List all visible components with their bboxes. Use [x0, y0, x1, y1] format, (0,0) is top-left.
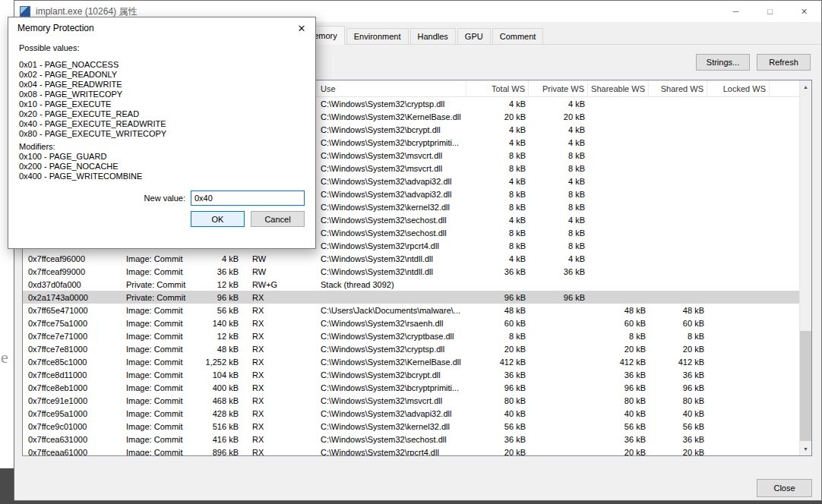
protection-value-line: 0x20 - PAGE_EXECUTE_READ	[19, 109, 305, 119]
cell-prot: RX	[242, 355, 318, 368]
table-row[interactable]: 0x7ffceaa61000Image: Commit896 kBRXC:\Wi…	[23, 446, 799, 455]
cell-shared: 20 kB	[649, 446, 707, 455]
modifiers-label: Modifiers:	[19, 142, 305, 152]
cell-shareable	[588, 252, 649, 265]
table-row[interactable]: 0x7ffce91e1000Image: Commit468 kBRXC:\Wi…	[23, 394, 799, 407]
window-title: implant.exe (10264) 属性	[36, 5, 137, 18]
new-value-input[interactable]	[191, 191, 305, 206]
cell-total: 40 kB	[466, 407, 529, 420]
scroll-down-icon[interactable]: ▼	[800, 443, 811, 455]
cell-private	[529, 446, 588, 455]
cell-shared	[649, 110, 707, 123]
dialog-close-icon[interactable]: ✕	[295, 21, 308, 35]
cell-private: 96 kB	[529, 291, 588, 304]
scrollbar-thumb[interactable]	[800, 331, 811, 441]
protection-value-line: 0x08 - PAGE_WRITECOPY	[19, 90, 305, 99]
table-row[interactable]: 0x7ffce8d11000Image: Commit104 kBRXC:\Wi…	[23, 368, 799, 381]
table-row[interactable]: 0x7ffceaf96000Image: Commit4 kBRWC:\Wind…	[23, 252, 799, 265]
cell-type: Image: Commit	[123, 433, 194, 446]
cell-type: Image: Commit	[123, 329, 194, 342]
cell-total: 20 kB	[466, 110, 529, 123]
cancel-button[interactable]: Cancel	[251, 211, 305, 227]
cell-shared: 36 kB	[649, 368, 707, 381]
cell-base: 0x7ffceaa61000	[23, 446, 123, 455]
cell-shared: 60 kB	[649, 317, 707, 329]
cell-private	[529, 368, 588, 381]
cell-size: 48 kB	[194, 342, 242, 355]
cell-locked	[707, 213, 770, 226]
table-row[interactable]: 0x7ffce7e71000Image: Commit12 kBRXC:\Win…	[23, 329, 799, 342]
cell-shareable	[588, 97, 649, 110]
cell-total: 8 kB	[466, 226, 529, 239]
strings-button[interactable]: Strings...	[696, 54, 750, 71]
cell-base: 0x7ffce7e81000	[23, 342, 123, 355]
table-row[interactable]: 0x7ffceaf99000Image: Commit36 kBRWC:\Win…	[23, 265, 799, 278]
cell-shareable: 36 kB	[588, 433, 649, 446]
cell-private: 20 kB	[529, 110, 588, 123]
cell-shared: 20 kB	[649, 342, 707, 355]
column-header-locked[interactable]: Locked WS	[707, 80, 770, 96]
cell-private	[529, 420, 588, 433]
refresh-button[interactable]: Refresh	[757, 54, 811, 71]
maximize-icon[interactable]: □	[753, 1, 787, 22]
cell-shareable	[588, 175, 649, 187]
cell-shared: 80 kB	[649, 394, 707, 407]
cell-shared: 96 kB	[649, 381, 707, 394]
cell-use: C:\Windows\System32\bcrypt.dll	[318, 368, 466, 381]
tab-gpu[interactable]: GPU	[457, 28, 491, 44]
table-row[interactable]: 0x7ffcea631000Image: Commit416 kBRXC:\Wi…	[23, 433, 799, 446]
cell-use: Stack (thread 3092)	[318, 278, 466, 291]
cell-type: Image: Commit	[123, 394, 194, 407]
cell-private	[529, 407, 588, 420]
minimize-icon[interactable]: ─	[719, 1, 753, 22]
cell-private: 4 kB	[529, 175, 588, 187]
cell-size: 1,252 kB	[194, 355, 242, 368]
tab-comment[interactable]: Comment	[492, 28, 544, 44]
table-row[interactable]: 0xd37d0fa000Private: Commit12 kBRW+GStac…	[23, 278, 799, 291]
table-row[interactable]: 0x7ffce75a1000Image: Commit140 kBRXC:\Wi…	[23, 317, 799, 329]
close-window-icon[interactable]: ✕	[787, 1, 821, 22]
cell-use: C:\Windows\System32\KernelBase.dll	[318, 355, 466, 368]
vertical-scrollbar[interactable]: ▲ ▼	[799, 80, 811, 455]
table-row[interactable]: 0x7ffce8eb1000Image: Commit400 kBRXC:\Wi…	[23, 381, 799, 394]
table-row[interactable]: 0x7ffce9c01000Image: Commit516 kBRXC:\Wi…	[23, 420, 799, 433]
cell-locked	[707, 175, 770, 187]
cell-use: C:\Windows\System32\cryptsp.dll	[318, 97, 466, 110]
column-header-private[interactable]: Private WS	[529, 80, 588, 96]
cell-size: 416 kB	[194, 433, 242, 446]
cell-prot: RX	[242, 394, 318, 407]
table-row[interactable]: 0x7ffce85c1000Image: Commit1,252 kBRXC:\…	[23, 355, 799, 368]
close-button[interactable]: Close	[757, 479, 812, 497]
cell-base: 0x7ffce8d11000	[23, 368, 123, 381]
cell-total: 96 kB	[466, 291, 529, 304]
tab-environment[interactable]: Environment	[346, 28, 409, 44]
cell-type: Image: Commit	[123, 407, 194, 420]
possible-values-label: Possible values:	[19, 43, 305, 52]
cell-total: 412 kB	[466, 355, 529, 368]
cell-prot: RX	[242, 368, 318, 381]
tab-handles[interactable]: Handles	[410, 28, 456, 44]
cell-use: C:\Windows\System32\sechost.dll	[318, 226, 466, 239]
column-header-use[interactable]: Use	[318, 80, 466, 96]
cell-private: 8 kB	[529, 226, 588, 239]
cell-type: Image: Commit	[123, 265, 194, 278]
table-row[interactable]: 0x7ff65e471000Image: Commit56 kBRXC:\Use…	[23, 304, 799, 317]
column-header-shareable[interactable]: Shareable WS	[588, 80, 649, 96]
ok-button[interactable]: OK	[191, 211, 245, 227]
cell-size: 516 kB	[194, 420, 242, 433]
protection-value-line: 0x04 - PAGE_READWRITE	[19, 80, 305, 90]
cell-use: C:\Windows\System32\rpcrt4.dll	[318, 446, 466, 455]
cell-use: C:\Windows\System32\msvcrt.dll	[318, 149, 466, 162]
scroll-up-icon[interactable]: ▲	[800, 80, 811, 93]
cell-shareable	[588, 162, 649, 175]
column-header-filler	[770, 80, 799, 96]
column-header-total[interactable]: Total WS	[466, 80, 529, 96]
cell-size: 140 kB	[194, 317, 242, 329]
cell-use: C:\Windows\System32\bcryptprimiti...	[318, 381, 466, 394]
cell-prot: RW	[242, 265, 318, 278]
table-row[interactable]: 0x7ffce95a1000Image: Commit428 kBRXC:\Wi…	[23, 407, 799, 420]
table-row[interactable]: 0x7ffce7e81000Image: Commit48 kBRXC:\Win…	[23, 342, 799, 355]
table-row[interactable]: 0x2a1743a0000Private: Commit96 kBRX96 kB…	[23, 291, 799, 304]
column-header-shared[interactable]: Shared WS	[649, 80, 707, 96]
cell-type: Image: Commit	[123, 342, 194, 355]
